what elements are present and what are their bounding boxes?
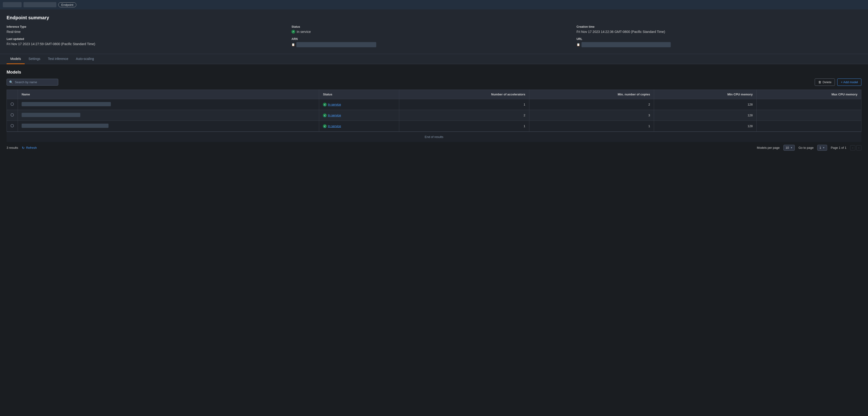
per-page-label: Models per page: [757, 146, 780, 149]
row-max-cpu-memory: [756, 99, 861, 110]
end-of-results: End of results: [7, 131, 861, 142]
refresh-icon: ↻: [22, 146, 25, 150]
summary-grid-row1: Inference Type Real-time Status In servi…: [7, 25, 861, 34]
row-min-copies: 2: [529, 99, 654, 110]
add-model-label: + Add model: [841, 80, 858, 84]
row-accelerators: 2: [399, 110, 529, 121]
summary-grid-row2: Last updated Fri Nov 17 2023 14:27:59 GM…: [7, 37, 861, 47]
row-status[interactable]: In service: [323, 124, 395, 128]
url-copy-field: 📋: [577, 42, 861, 47]
tab-models[interactable]: Models: [7, 54, 25, 64]
row-radio[interactable]: [10, 124, 14, 127]
search-wrapper[interactable]: 🔍: [7, 79, 58, 86]
row-radio[interactable]: [10, 113, 14, 117]
prev-page-button[interactable]: ‹: [850, 145, 855, 150]
inference-type-field: Inference Type Real-time: [7, 25, 291, 34]
row-radio[interactable]: [10, 102, 14, 106]
row-min-copies: 3: [529, 110, 654, 121]
endpoint-summary-title: Endpoint summary: [7, 15, 861, 21]
per-page-value: 10: [785, 146, 789, 149]
row-status-dot-icon: [323, 114, 327, 117]
row-status-cell: In service: [319, 99, 399, 110]
endpoint-summary-section: Endpoint summary Inference Type Real-tim…: [0, 9, 868, 54]
search-icon: 🔍: [9, 80, 13, 84]
row-min-cpu-memory: 128: [654, 121, 756, 131]
row-min-cpu-memory: 128: [654, 99, 756, 110]
delete-label: Delete: [823, 80, 832, 84]
toolbar-actions: 🗑 Delete + Add model: [815, 79, 861, 86]
url-copy-icon[interactable]: 📋: [577, 43, 580, 46]
per-page-select[interactable]: 10 ▼: [783, 145, 795, 151]
delete-button[interactable]: 🗑 Delete: [815, 79, 835, 86]
models-toolbar: 🔍 🗑 Delete + Add model: [7, 79, 861, 86]
row-status-text: In service: [328, 124, 341, 128]
creation-time-label: Creation time: [577, 25, 861, 28]
url-field: URL 📋: [577, 37, 861, 47]
refresh-label: Refresh: [26, 146, 37, 149]
main-content: Endpoint summary Inference Type Real-tim…: [0, 9, 868, 156]
th-min-copies: Min. number of copies: [529, 90, 654, 99]
page-value: 1: [819, 146, 821, 149]
inference-type-value: Real-time: [7, 30, 291, 34]
models-title: Models: [7, 70, 861, 75]
url-label: URL: [577, 37, 861, 41]
trash-icon: 🗑: [818, 80, 821, 84]
next-page-button[interactable]: ›: [856, 145, 861, 150]
nav-breadcrumb-1: [3, 2, 22, 7]
row-status-text: In service: [328, 103, 341, 106]
arn-value-redacted: [297, 42, 376, 47]
status-text: In service: [297, 30, 311, 34]
row-name-cell: [18, 110, 319, 121]
url-value-redacted: [582, 42, 671, 47]
row-name-cell: [18, 121, 319, 131]
tab-settings[interactable]: Settings: [25, 54, 44, 64]
nav-breadcrumb-2: [24, 2, 56, 7]
table-footer: 3 results ↻ Refresh Models per page 10 ▼…: [7, 142, 861, 151]
row-name-redacted: [22, 102, 111, 106]
tab-test-inference[interactable]: Test inference: [44, 54, 72, 64]
th-name: Name: [18, 90, 319, 99]
page-select[interactable]: 1 ▼: [817, 145, 827, 151]
last-updated-field: Last updated Fri Nov 17 2023 14:27:59 GM…: [7, 37, 291, 47]
tabs-container: Models Settings Test inference Auto-scal…: [0, 54, 868, 64]
status-dot-icon: [291, 30, 295, 34]
models-table: Name Status Number of accelerators Min. …: [7, 90, 861, 131]
row-radio-cell: [7, 110, 18, 121]
th-max-cpu-memory: Max CPU memory: [756, 90, 861, 99]
nav-breadcrumb-active: Endpoint: [58, 2, 76, 7]
refresh-button[interactable]: ↻ Refresh: [22, 146, 37, 150]
results-count: 3 results: [7, 146, 18, 149]
last-updated-label: Last updated: [7, 37, 291, 41]
table-row: In service12128: [7, 99, 861, 110]
go-to-page-label: Go to page: [799, 146, 813, 149]
tab-auto-scaling[interactable]: Auto-scaling: [72, 54, 98, 64]
row-status[interactable]: In service: [323, 103, 395, 107]
row-name-redacted: [22, 124, 108, 128]
models-section: Models 🔍 🗑 Delete + Add model: [0, 64, 868, 156]
pagination-controls: Models per page 10 ▼ Go to page 1 ▼ Page…: [757, 145, 861, 151]
table-row: In service23128: [7, 110, 861, 121]
add-model-button[interactable]: + Add model: [837, 79, 861, 86]
row-status[interactable]: In service: [323, 114, 395, 117]
status-field: Status In service: [291, 25, 576, 34]
row-accelerators: 1: [399, 121, 529, 131]
th-status: Status: [319, 90, 399, 99]
chevron-down-icon: ▼: [790, 146, 793, 149]
arn-copy-icon[interactable]: 📋: [291, 43, 295, 46]
status-label: Status: [291, 25, 576, 28]
search-input[interactable]: [15, 80, 56, 84]
row-status-cell: In service: [319, 121, 399, 131]
table-header-row: Name Status Number of accelerators Min. …: [7, 90, 861, 99]
row-status-dot-icon: [323, 103, 327, 107]
last-updated-value: Fri Nov 17 2023 14:27:59 GMT-0800 (Pacif…: [7, 42, 291, 46]
arn-field: ARN 📋: [291, 37, 576, 47]
page-info: Page 1 of 1: [831, 146, 847, 149]
th-min-cpu-memory: Min CPU memory: [654, 90, 756, 99]
th-checkbox: [7, 90, 18, 99]
top-navigation: Endpoint: [0, 0, 868, 9]
row-name-cell: [18, 99, 319, 110]
row-max-cpu-memory: [756, 110, 861, 121]
page-nav-buttons: ‹ ›: [850, 145, 861, 150]
row-radio-cell: [7, 121, 18, 131]
arn-copy-field: 📋: [291, 42, 576, 47]
